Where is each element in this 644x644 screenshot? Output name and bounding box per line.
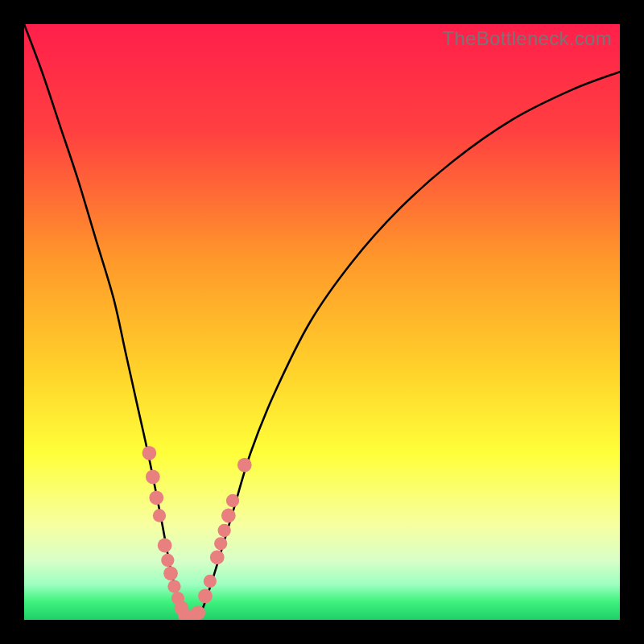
data-marker [204,575,217,588]
plot-area: TheBottleneck.com [24,24,620,620]
data-marker [191,605,205,620]
data-marker [237,458,252,473]
watermark-text: TheBottleneck.com [442,27,612,50]
data-marker [218,524,231,537]
data-marker [214,537,227,550]
data-marker [158,539,172,553]
data-marker [210,550,225,564]
data-marker [163,566,178,580]
data-marker [198,589,213,604]
data-marker [161,554,174,567]
data-marker [221,509,236,523]
data-marker [142,446,157,460]
data-marker [167,580,180,592]
data-marker [226,494,239,507]
chart-frame: TheBottleneck.com [0,0,644,644]
data-marker [149,490,163,505]
data-marker [153,509,166,522]
data-marker [146,470,160,485]
bottleneck-curve [24,24,620,620]
